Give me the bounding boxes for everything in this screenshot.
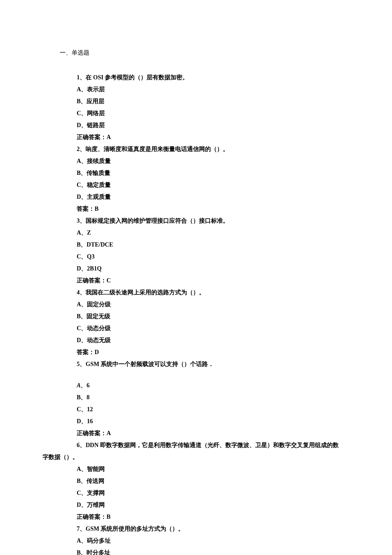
answer: 正确答案：A [77,427,349,439]
option-c: C、动态分级 [77,323,349,334]
question-5: 5、GSM 系统中一个射频载波可以支持（）个话路． A、6 B、8 C、12 D… [77,358,349,439]
option-d: D、主观质量 [77,191,349,203]
question-7: 7、GSM 系统所使用的多址方式为（）。 A、码分多址 B、时分多址 [77,523,349,555]
answer: 答案：B [77,203,349,215]
option-c: C、稳定质量 [77,179,349,191]
option-c: C、Q3 [77,251,349,263]
option-a: A、固定分级 [77,299,349,311]
option-a: A、智能网 [77,463,349,475]
question-stem: 2、响度、清晰度和逼真度是用来衡量电话通信网的（）。 [77,143,349,155]
question-4: 4、我国在二级长途网上采用的选路方式为（）。 A、固定分级 B、固定无级 C、动… [77,287,349,358]
answer: 正确答案：C [77,275,349,287]
question-stem: 1、在 OSI 参考模型的（）层有数据加密。 [77,72,349,84]
option-a: A、接续质量 [77,155,349,167]
answer: 正确答案：B [77,511,349,523]
section-title: 一、单选题 [60,47,349,59]
option-b: B、8 [77,392,349,404]
option-c: C、网络层 [77,108,349,119]
option-a: A、表示层 [77,84,349,96]
option-c: C、12 [77,404,349,416]
question-stem: 7、GSM 系统所使用的多址方式为（）。 [77,523,349,535]
option-a: A、6 [77,380,349,392]
option-b: B、应用层 [77,96,349,108]
question-stem-line2: 字数据（）。 [43,454,78,460]
option-b: B、时分多址 [77,547,349,555]
answer: 正确答案：A [77,131,349,143]
question-3: 3、国标规定接入网的维护管理接口应符合（）接口标准。 A、Z B、DTE/DCE… [77,215,349,287]
question-2: 2、响度、清晰度和逼真度是用来衡量电话通信网的（）。 A、接续质量 B、传输质量… [77,143,349,215]
question-1: 1、在 OSI 参考模型的（）层有数据加密。 A、表示层 B、应用层 C、网络层… [77,72,349,143]
option-a-value: 、6 [81,382,89,389]
option-a-label: A [77,382,81,389]
option-d: D、万维网 [77,499,349,511]
option-b: B、传输质量 [77,167,349,179]
answer: 答案：D [77,346,349,358]
question-stem-line1: 6、DDN 即数字数据网，它是利用数字传输通道（光纤、数字微波、卫星）和数字交叉… [77,442,339,448]
question-stem: 4、我国在二级长途网上采用的选路方式为（）。 [77,287,349,299]
option-a: A、码分多址 [77,535,349,547]
option-d: D、链路层 [77,119,349,131]
option-d: D、2B1Q [77,263,349,275]
option-d: D、16 [77,416,349,427]
question-6: 6、DDN 即数字数据网，它是利用数字传输通道（光纤、数字微波、卫星）和数字交叉… [43,439,349,523]
option-a: A、Z [77,227,349,239]
option-d: D、动态无级 [77,334,349,346]
blank-gap [77,370,349,380]
option-b: B、固定无级 [77,311,349,323]
question-stem: 3、国标规定接入网的维护管理接口应符合（）接口标准。 [77,215,349,227]
option-c: C、支撑网 [77,487,349,499]
question-stem: 5、GSM 系统中一个射频载波可以支持（）个话路． [77,358,349,370]
option-b: B、DTE/DCE [77,239,349,251]
option-b: B、传送网 [77,475,349,487]
